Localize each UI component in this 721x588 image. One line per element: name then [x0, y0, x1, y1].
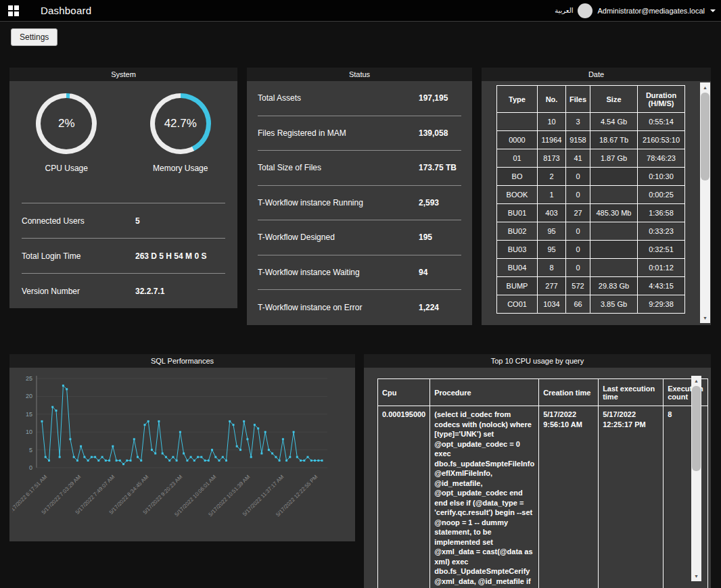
date-cell: 29.83 Gb: [590, 277, 638, 295]
user-menu[interactable]: Administrator@mediagates.local: [597, 7, 705, 15]
status-row: Total Assets197,195: [258, 81, 461, 116]
system-stat-row: Version Number32.2.7.1: [22, 273, 225, 308]
status-row: T-Workflow Designed195: [258, 220, 461, 255]
system-panel: System 2% CPU Usage 42.7% Memory Usage C…: [9, 68, 237, 308]
date-panel: Date TypeNo.FilesSizeDuration (H/M/S)103…: [482, 68, 711, 325]
cpu-col-header: Last execution time: [599, 379, 664, 406]
language-switcher[interactable]: العربية: [555, 7, 573, 14]
date-cell: 27: [566, 204, 590, 222]
status-value: 197,195: [419, 93, 448, 103]
sql-panel-title: SQL Performances: [9, 354, 355, 368]
date-cell: 0:55:14: [638, 113, 685, 131]
date-table-row[interactable]: BU029500:33:23: [497, 222, 685, 241]
system-stat-row: Total Login Time263 D 5 H 54 M 0 S: [22, 238, 225, 273]
memory-gauge-ring: 42.7%: [150, 93, 211, 154]
status-label: Files Registered in MAM: [258, 128, 346, 138]
date-cell: 01: [497, 149, 538, 168]
scroll-track[interactable]: [700, 93, 710, 313]
memory-gauge-value: 42.7%: [155, 98, 206, 149]
date-cell: 9:29:38: [638, 295, 685, 314]
date-cell: 1:36:58: [638, 204, 685, 222]
status-panel: Status Total Assets197,195Files Register…: [247, 68, 472, 325]
status-rows: Total Assets197,195Files Registered in M…: [247, 81, 472, 325]
date-table-row[interactable]: 018173411.87 Gb78:46:23: [497, 149, 685, 168]
date-cell: 66: [566, 295, 590, 314]
date-scrollbar[interactable]: ▲ ▼: [700, 82, 710, 323]
chevron-down-icon[interactable]: [710, 9, 716, 12]
scroll-thumb[interactable]: [701, 93, 710, 180]
scroll-down-icon[interactable]: ▼: [691, 571, 701, 581]
date-cell: 4.54 Gb: [590, 113, 638, 131]
date-cell: 0: [566, 259, 590, 277]
date-table-row[interactable]: BU04800:01:12: [497, 259, 685, 277]
cpu-cell: 5/17/2022 12:25:17 PM: [599, 406, 664, 588]
date-table-row[interactable]: 1034.54 Gb0:55:14: [497, 113, 685, 131]
date-cell: [497, 113, 538, 131]
status-panel-body: Total Assets197,195Files Registered in M…: [247, 81, 472, 325]
status-row: T-Workflow instance on Error1,224: [258, 290, 461, 325]
date-col-header: Size: [590, 86, 638, 113]
avatar[interactable]: [578, 3, 592, 18]
date-cell: 572: [566, 277, 590, 295]
date-cell: [590, 241, 638, 259]
date-cell: 0: [566, 168, 590, 186]
cpu-table-row[interactable]: 0.000195000(select id_codec from codecs …: [378, 406, 708, 588]
date-cell: BU03: [497, 241, 538, 259]
date-col-header: Files: [566, 86, 590, 113]
app-grid-icon[interactable]: [8, 5, 19, 16]
status-value: 139,058: [419, 128, 448, 138]
date-cell: 0:33:23: [638, 222, 685, 241]
date-table-row[interactable]: 000011964915818.67 Tb2160:53:10: [497, 131, 685, 149]
svg-text:25: 25: [26, 375, 32, 382]
scroll-thumb[interactable]: [692, 386, 701, 471]
date-cell: 0:10:30: [638, 168, 685, 186]
date-cell: 1.87 Gb: [590, 149, 638, 168]
stat-value: 5: [135, 216, 140, 226]
date-cell: 8173: [538, 149, 566, 168]
status-row: T-Workflow instance Running2,593: [258, 186, 461, 221]
scroll-track[interactable]: [691, 386, 701, 571]
date-cell: BU04: [497, 259, 538, 277]
date-cell: 0:01:12: [638, 259, 685, 277]
topbar-right: العربية Administrator@mediagates.local: [555, 3, 716, 18]
date-cell: 0:00:25: [638, 186, 685, 204]
settings-button[interactable]: Settings: [11, 28, 57, 46]
scroll-up-icon[interactable]: ▲: [691, 376, 701, 386]
date-cell: 0: [566, 222, 590, 241]
grid-square: [14, 5, 19, 10]
date-cell: 95: [538, 222, 566, 241]
svg-text:20: 20: [26, 393, 32, 399]
scroll-up-icon[interactable]: ▲: [700, 82, 710, 93]
cpu-scrollbar[interactable]: ▲ ▼: [691, 376, 701, 581]
status-value: 173.75 TB: [419, 163, 457, 172]
date-cell: [590, 259, 638, 277]
cpu-panel-body: CpuProcedureCreation timeLast execution …: [364, 368, 711, 588]
date-cell: 2: [538, 168, 566, 186]
date-table-row[interactable]: BOOK100:00:25: [497, 186, 685, 204]
page-title: Dashboard: [41, 5, 91, 16]
date-table-row[interactable]: CO011034663.85 Gb9:29:38: [497, 295, 685, 314]
cpu-col-header: Procedure: [430, 379, 539, 406]
date-table-row[interactable]: BO200:10:30: [497, 168, 685, 186]
date-cell: BUMP: [497, 277, 538, 295]
date-cell: 0:32:51: [638, 241, 685, 259]
date-cell: 277: [538, 277, 566, 295]
status-row: Files Registered in MAM139,058: [258, 116, 461, 151]
date-table-row[interactable]: BU0140327485.30 Mb1:36:58: [497, 204, 685, 222]
date-cell: 95: [538, 241, 566, 259]
svg-text:10: 10: [26, 428, 32, 435]
scroll-down-icon[interactable]: ▼: [700, 313, 710, 323]
system-panel-title: System: [9, 68, 237, 81]
grid-square: [14, 11, 19, 16]
date-cell: 3: [566, 113, 590, 131]
stat-value: 32.2.7.1: [135, 287, 164, 296]
system-stat-row: Connected Users5: [22, 203, 225, 238]
date-cell: 3.85 Gb: [590, 295, 638, 314]
cpu-usage-panel: Top 10 CPU usage by query CpuProcedureCr…: [364, 354, 711, 588]
cpu-table: CpuProcedureCreation timeLast execution …: [377, 378, 708, 588]
date-table-row[interactable]: BU039500:32:51: [497, 241, 685, 259]
topbar: Dashboard العربية Administrator@mediagat…: [0, 0, 721, 22]
date-cell: BU01: [497, 204, 538, 222]
date-table-row[interactable]: BUMP27757229.83 Gb4:43:15: [497, 277, 685, 295]
date-cell: 10: [538, 113, 566, 131]
